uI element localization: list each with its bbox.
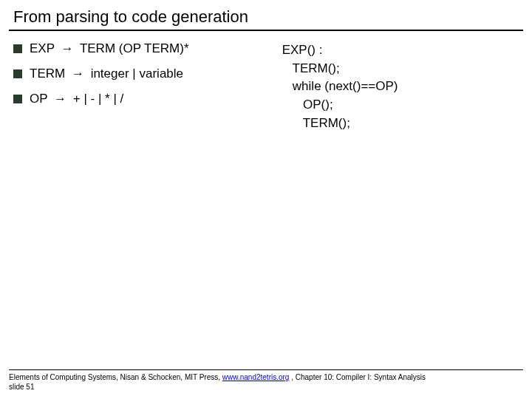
footer: Elements of Computing Systems, Nisan & S… — [9, 369, 523, 392]
grammar-rule: EXP → TERM (OP TERM)* — [13, 41, 276, 56]
footer-link[interactable]: www.nand2tetris.org — [222, 373, 290, 381]
grammar-rules: EXP → TERM (OP TERM)* TERM → integer | v… — [13, 41, 276, 132]
rule-rhs: + | - | * | / — [73, 92, 124, 106]
rule-rhs: integer | variable — [91, 66, 183, 81]
code-line: OP(); — [282, 96, 519, 115]
rule-text: EXP → TERM (OP TERM)* — [30, 41, 189, 56]
content-area: EXP → TERM (OP TERM)* TERM → integer | v… — [0, 41, 532, 132]
footer-slide-number: slide 51 — [9, 382, 523, 392]
rule-rhs: TERM (OP TERM)* — [80, 41, 189, 55]
code-line: TERM(); — [282, 60, 519, 78]
footer-suffix: , Chapter 10: Compiler I: Syntax Analysi… — [289, 373, 426, 381]
rule-lhs: OP — [30, 92, 47, 106]
code-line: EXP() : — [282, 41, 519, 60]
footer-divider — [9, 369, 523, 370]
slide-title: From parsing to code generation — [0, 7, 532, 30]
bullet-icon — [13, 44, 22, 53]
code-line: while (next()==OP) — [282, 78, 519, 96]
bullet-icon — [13, 95, 22, 103]
rule-lhs: EXP — [30, 41, 55, 55]
title-divider — [9, 30, 523, 31]
pseudocode: EXP() : TERM(); while (next()==OP) OP();… — [276, 41, 519, 132]
arrow-icon: → — [54, 92, 66, 106]
arrow-icon: → — [61, 41, 73, 55]
bullet-icon — [13, 69, 22, 78]
grammar-rule: OP → + | - | * | / — [13, 92, 276, 106]
grammar-rule: TERM → integer | variable — [13, 66, 276, 81]
slide: From parsing to code generation EXP → TE… — [0, 0, 532, 399]
arrow-icon: → — [72, 66, 84, 81]
footer-prefix: Elements of Computing Systems, Nisan & S… — [9, 373, 222, 381]
code-block: EXP() : TERM(); while (next()==OP) OP();… — [282, 41, 519, 132]
rule-text: TERM → integer | variable — [30, 66, 183, 81]
code-line: TERM(); — [282, 115, 519, 133]
rule-text: OP → + | - | * | / — [30, 92, 123, 106]
rule-lhs: TERM — [30, 66, 65, 81]
footer-line1: Elements of Computing Systems, Nisan & S… — [9, 372, 523, 382]
